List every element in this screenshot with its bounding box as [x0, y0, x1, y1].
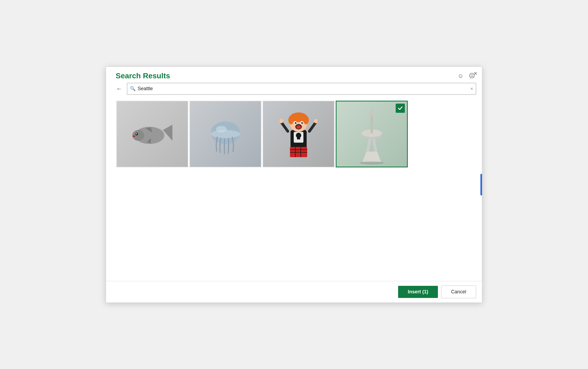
search-row: ← 🔍 ×	[106, 83, 482, 98]
svg-point-5	[136, 133, 137, 134]
dialog-title: Search Results	[116, 72, 170, 80]
svg-marker-2	[163, 125, 172, 141]
feedback-happy-button[interactable]: ☺	[456, 72, 465, 80]
svg-point-30	[296, 125, 301, 129]
svg-point-11	[216, 126, 227, 132]
back-button[interactable]: ←	[114, 84, 124, 93]
svg-point-42	[360, 161, 384, 164]
svg-line-13	[309, 122, 316, 131]
svg-point-33	[295, 122, 296, 124]
svg-point-34	[301, 122, 303, 124]
svg-point-3	[132, 130, 144, 141]
dialog-footer: Insert (1) Cancel	[106, 281, 482, 303]
result-item-jellyfish[interactable]	[189, 101, 261, 167]
svg-marker-35	[362, 152, 381, 162]
svg-point-28	[303, 116, 309, 124]
result-item-fish[interactable]	[116, 101, 188, 167]
feedback-icons: ☺ ☹	[456, 72, 476, 80]
svg-marker-41	[368, 108, 376, 115]
fish-thumbnail	[117, 101, 188, 167]
result-item-tower[interactable]	[336, 101, 408, 167]
search-clear-button[interactable]: ×	[470, 86, 473, 91]
jellyfish-thumbnail	[190, 101, 261, 167]
svg-point-6	[133, 135, 135, 137]
cancel-button[interactable]: Cancel	[441, 286, 476, 298]
figure-thumbnail	[263, 101, 334, 167]
svg-point-27	[288, 116, 294, 124]
search-results-dialog: × Search Results ☺ ☹ ← 🔍 ×	[106, 66, 482, 303]
search-box: 🔍 ×	[127, 83, 476, 95]
close-button[interactable]: ×	[474, 71, 477, 76]
result-item-figure[interactable]	[263, 101, 335, 167]
insert-button[interactable]: Insert (1)	[398, 286, 438, 298]
results-grid	[106, 98, 482, 170]
dialog-header: Search Results ☺ ☹	[106, 67, 482, 83]
right-accent-bar	[480, 174, 482, 195]
svg-line-12	[281, 122, 288, 131]
search-icon: 🔍	[130, 86, 136, 92]
search-input[interactable]	[138, 86, 468, 92]
svg-rect-19	[297, 137, 300, 139]
selected-checkmark	[396, 104, 405, 113]
